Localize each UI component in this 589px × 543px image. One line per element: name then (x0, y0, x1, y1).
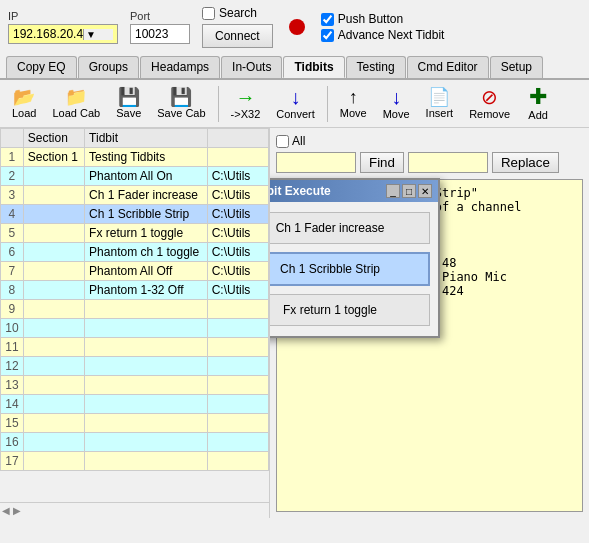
toolbar-sep-2 (327, 86, 328, 122)
row-path: C:\Utils (207, 224, 268, 243)
table-row[interactable]: 9 (1, 300, 269, 319)
table-row[interactable]: 15 (1, 414, 269, 433)
row-tidbit (85, 433, 208, 452)
row-num: 14 (1, 395, 24, 414)
tab-cmd-editor[interactable]: Cmd Editor (407, 56, 489, 78)
replace-input[interactable] (408, 152, 488, 173)
table-row[interactable]: 2Phantom All OnC:\Utils (1, 167, 269, 186)
table-row[interactable]: 12 (1, 357, 269, 376)
table-row[interactable]: 14 (1, 395, 269, 414)
row-num: 2 (1, 167, 24, 186)
ip-input-wrapper[interactable]: 192.168.20.4 ▼ (8, 24, 118, 44)
table-row[interactable]: 6Phantom ch 1 toggleC:\Utils (1, 243, 269, 262)
table-row[interactable]: 7Phantom All OffC:\Utils (1, 262, 269, 281)
row-tidbit (85, 300, 208, 319)
x32-label: ->X32 (231, 108, 261, 120)
dialog-item-1[interactable]: Ch 1 Scribble Strip (270, 252, 430, 286)
row-section: Section 1 (23, 148, 84, 167)
table-row[interactable]: 11 (1, 338, 269, 357)
add-label: Add (528, 109, 548, 121)
tab-testing[interactable]: Testing (346, 56, 406, 78)
row-tidbit (85, 452, 208, 471)
load-cab-button[interactable]: 📁 Load Cab (46, 86, 106, 121)
find-input[interactable] (276, 152, 356, 173)
right-checks: Push Button Advance Next Tidbit (321, 12, 445, 42)
h-scrollbar[interactable]: ◀ ▶ (0, 502, 269, 518)
tab-bar: Copy EQ Groups Headamps In-Outs Tidbits … (0, 56, 589, 80)
convert-icon: ↓ (291, 87, 301, 107)
table-row[interactable]: 8Phantom 1-32 OffC:\Utils (1, 281, 269, 300)
table-container[interactable]: Section Tidbit 1Section 1Testing Tidbits… (0, 128, 269, 502)
row-path (207, 300, 268, 319)
load-button[interactable]: 📂 Load (6, 86, 42, 121)
advance-next-row: Advance Next Tidbit (321, 28, 445, 42)
table-row[interactable]: 10 (1, 319, 269, 338)
row-section (23, 433, 84, 452)
move-down-icon: ↓ (391, 87, 401, 107)
row-path (207, 319, 268, 338)
table-row[interactable]: 16 (1, 433, 269, 452)
tab-headamps[interactable]: Headamps (140, 56, 220, 78)
row-num: 17 (1, 452, 24, 471)
row-num: 8 (1, 281, 24, 300)
all-checkbox[interactable] (276, 135, 289, 148)
row-path (207, 414, 268, 433)
table-row[interactable]: 1Section 1Testing Tidbits (1, 148, 269, 167)
find-bar: All (276, 134, 583, 148)
row-path (207, 148, 268, 167)
save-button[interactable]: 💾 Save (110, 86, 147, 121)
replace-button[interactable]: Replace (492, 152, 559, 173)
convert-button[interactable]: ↓ Convert (270, 85, 321, 122)
dialog-minimize-btn[interactable]: _ (386, 184, 400, 198)
col-header-num (1, 129, 24, 148)
row-section (23, 300, 84, 319)
row-section (23, 262, 84, 281)
row-path: C:\Utils (207, 262, 268, 281)
search-checkbox[interactable] (202, 7, 215, 20)
move-up-icon: ↑ (349, 88, 358, 106)
dialog-restore-btn[interactable]: □ (402, 184, 416, 198)
row-section (23, 243, 84, 262)
push-button-label: Push Button (338, 12, 403, 26)
row-tidbit (85, 395, 208, 414)
move-down-button[interactable]: ↓ Move (377, 85, 416, 122)
top-bar: IP 192.168.20.4 ▼ Port Search Connect Pu… (0, 0, 589, 54)
row-num: 10 (1, 319, 24, 338)
tab-copy-eq[interactable]: Copy EQ (6, 56, 77, 78)
row-tidbit: Ch 1 Scribble Strip (85, 205, 208, 224)
all-check: All (276, 134, 305, 148)
table-row[interactable]: 4Ch 1 Scribble StripC:\Utils (1, 205, 269, 224)
row-tidbit (85, 338, 208, 357)
table-row[interactable]: 17 (1, 452, 269, 471)
save-cab-button[interactable]: 💾 Save Cab (151, 86, 211, 121)
find-button[interactable]: Find (360, 152, 404, 173)
table-row[interactable]: 13 (1, 376, 269, 395)
push-button-checkbox[interactable] (321, 13, 334, 26)
row-section (23, 319, 84, 338)
remove-button[interactable]: ⊘ Remove (463, 85, 516, 122)
x32-button[interactable]: → ->X32 (225, 85, 267, 122)
add-button[interactable]: ✚ Add (520, 84, 556, 123)
row-path (207, 452, 268, 471)
dialog-item-2[interactable]: Fx return 1 toggle (270, 294, 430, 326)
advance-next-checkbox[interactable] (321, 29, 334, 42)
insert-button[interactable]: 📄 Insert (420, 86, 460, 121)
tab-in-outs[interactable]: In-Outs (221, 56, 282, 78)
ip-dropdown-btn[interactable]: ▼ (83, 29, 113, 40)
connect-button[interactable]: Connect (202, 24, 273, 48)
port-label: Port (130, 10, 190, 22)
row-section (23, 452, 84, 471)
tab-groups[interactable]: Groups (78, 56, 139, 78)
row-tidbit (85, 319, 208, 338)
table-row[interactable]: 5Fx return 1 toggleC:\Utils (1, 224, 269, 243)
tab-tidbits[interactable]: Tidbits (283, 56, 344, 78)
dialog-item-0[interactable]: Ch 1 Fader increase (270, 212, 430, 244)
dialog-close-btn[interactable]: ✕ (418, 184, 432, 198)
x32-icon: → (235, 87, 255, 107)
port-input[interactable] (130, 24, 190, 44)
tab-setup[interactable]: Setup (490, 56, 543, 78)
table-row[interactable]: 3Ch 1 Fader increaseC:\Utils (1, 186, 269, 205)
move-up-button[interactable]: ↑ Move (334, 86, 373, 121)
row-num: 15 (1, 414, 24, 433)
insert-icon: 📄 (428, 88, 450, 106)
